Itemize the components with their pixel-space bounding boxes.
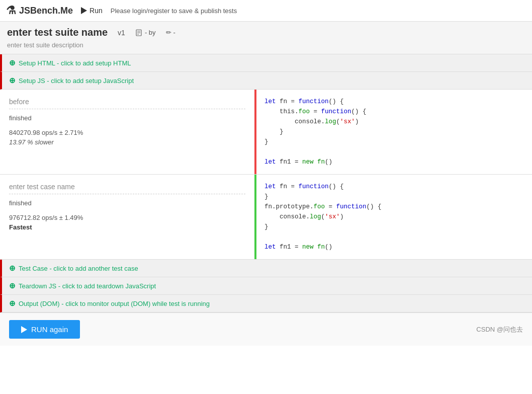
bottom-bar-0[interactable]: ⊕ Test Case - click to add another test … bbox=[0, 260, 532, 277]
run-again-button[interactable]: RUN again bbox=[9, 320, 80, 339]
test-case-ops-0: 840270.98 ops/s ± 2.71% bbox=[9, 129, 245, 136]
test-case-code-1[interactable]: let fn = function() {}fn.prototype.foo =… bbox=[256, 175, 532, 259]
suite-description[interactable]: enter test suite description bbox=[7, 41, 525, 49]
watermark: CSDN @问也去 bbox=[476, 325, 523, 334]
suite-edit-label: - bbox=[173, 29, 175, 36]
suite-by-label: - by bbox=[145, 29, 156, 36]
pencil-icon: ✏ bbox=[166, 29, 171, 36]
test-case-name-0[interactable]: before bbox=[9, 98, 245, 109]
test-case-status-1: finished bbox=[9, 199, 245, 207]
suite-by: - by bbox=[135, 29, 156, 36]
document-icon bbox=[135, 29, 142, 36]
test-case-rank-1: Fastest bbox=[9, 223, 245, 231]
setup-js-bar[interactable]: ⊕ Setup JS - click to add setup JavaScri… bbox=[0, 72, 532, 90]
plus-icon-bottom-1: ⊕ bbox=[9, 281, 16, 290]
plus-icon-bottom-0: ⊕ bbox=[9, 264, 16, 273]
setup-html-bar[interactable]: ⊕ Setup HTML - click to add setup HTML bbox=[0, 54, 532, 72]
test-case-0: beforefinished840270.98 ops/s ± 2.71%13.… bbox=[0, 90, 532, 175]
suite-header: enter test suite name v1 - by ✏ - enter … bbox=[0, 22, 532, 54]
run-button[interactable]: Run bbox=[81, 7, 103, 15]
test-case-status-0: finished bbox=[9, 114, 245, 122]
bottom-bars-container: ⊕ Test Case - click to add another test … bbox=[0, 260, 532, 312]
plus-icon-js: ⊕ bbox=[9, 76, 16, 85]
header: ⚗ JSBench.Me Run Please login/register t… bbox=[0, 0, 532, 22]
suite-title[interactable]: enter test suite name bbox=[7, 27, 108, 38]
setup-js-label: Setup JS - click to add setup JavaScript bbox=[19, 77, 134, 85]
plus-icon: ⊕ bbox=[9, 58, 16, 67]
test-case-1: enter test case namefinished976712.82 op… bbox=[0, 175, 532, 260]
logo-icon: ⚗ bbox=[6, 4, 16, 17]
run-label: Run bbox=[90, 7, 103, 15]
play-icon-footer bbox=[21, 326, 27, 333]
footer: RUN again CSDN @问也去 bbox=[0, 312, 532, 346]
plus-icon-bottom-2: ⊕ bbox=[9, 299, 16, 308]
test-case-rank-0: 13.97 % slower bbox=[9, 138, 245, 146]
run-again-label: RUN again bbox=[31, 325, 68, 334]
test-case-left-1: enter test case namefinished976712.82 op… bbox=[0, 175, 256, 259]
logo: ⚗ JSBench.Me bbox=[6, 4, 73, 17]
header-message: Please login/register to save & publish … bbox=[111, 7, 237, 15]
test-case-code-0[interactable]: let fn = function() { this.foo = functio… bbox=[256, 90, 532, 174]
test-case-left-0: beforefinished840270.98 ops/s ± 2.71%13.… bbox=[0, 90, 256, 174]
test-case-name-1[interactable]: enter test case name bbox=[9, 183, 245, 194]
bottom-bar-2[interactable]: ⊕ Output (DOM) - click to monitor output… bbox=[0, 295, 532, 312]
suite-edit[interactable]: ✏ - bbox=[166, 29, 175, 36]
bottom-bar-1[interactable]: ⊕ Teardown JS - click to add teardown Ja… bbox=[0, 277, 532, 295]
test-cases-container: beforefinished840270.98 ops/s ± 2.71%13.… bbox=[0, 90, 532, 260]
setup-html-label: Setup HTML - click to add setup HTML bbox=[19, 59, 131, 67]
logo-text: JSBench.Me bbox=[19, 6, 73, 16]
suite-version: v1 bbox=[118, 29, 125, 37]
test-case-ops-1: 976712.82 ops/s ± 1.49% bbox=[9, 214, 245, 221]
play-icon bbox=[81, 7, 87, 14]
